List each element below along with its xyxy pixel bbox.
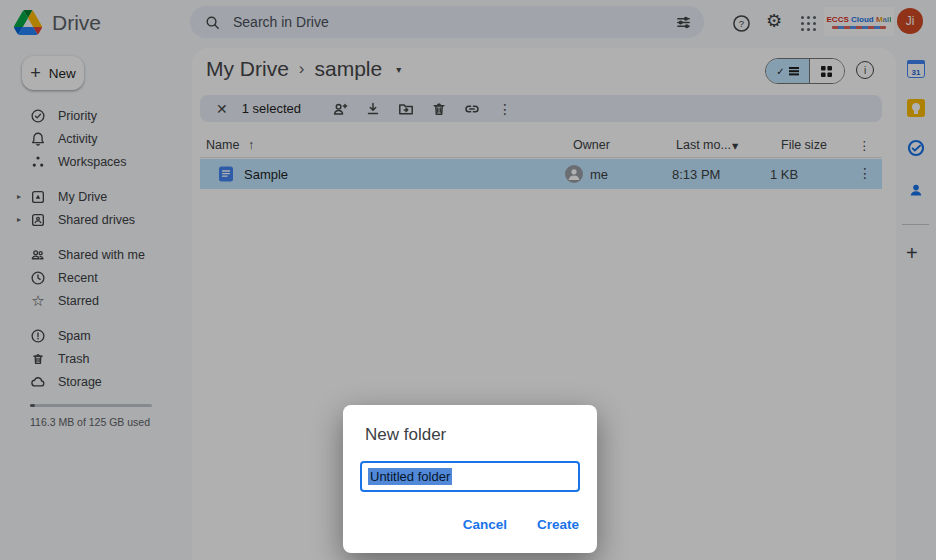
google-drive-window: Drive ? ⚙ ECCS Clo bbox=[0, 0, 936, 560]
create-button[interactable]: Create bbox=[537, 517, 579, 532]
dialog-title: New folder bbox=[365, 425, 446, 445]
cancel-button[interactable]: Cancel bbox=[463, 517, 507, 532]
new-folder-dialog: New folder Untitled folder Cancel Create bbox=[343, 405, 597, 553]
folder-name-selected-text: Untitled folder bbox=[368, 468, 452, 485]
dialog-actions: Cancel Create bbox=[463, 517, 579, 532]
folder-name-input[interactable]: Untitled folder bbox=[360, 461, 580, 492]
